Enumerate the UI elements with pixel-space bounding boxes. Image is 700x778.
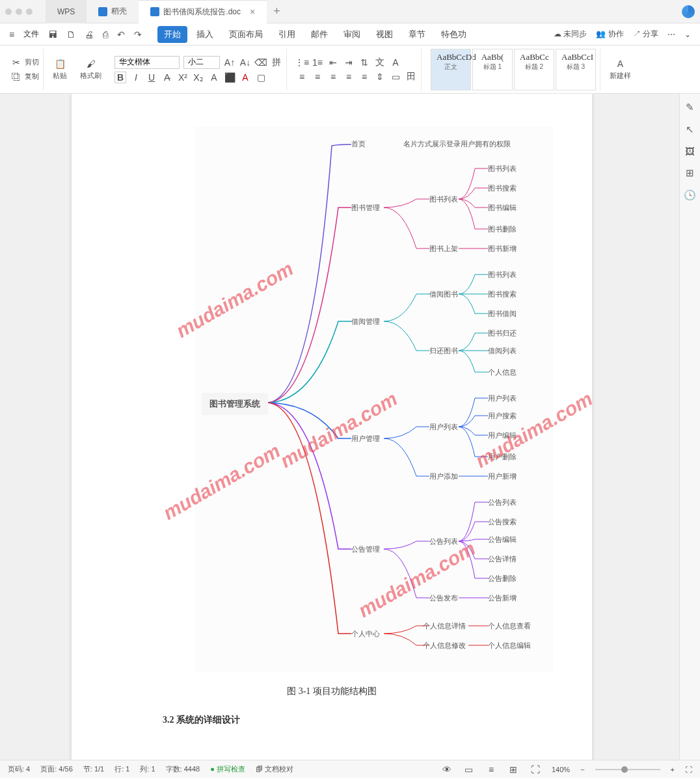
shading-icon[interactable]: ▭: [390, 71, 401, 83]
font-size-select[interactable]: [183, 56, 220, 69]
mm-br3: 图书借阅: [488, 309, 517, 319]
char-border-icon[interactable]: ▢: [255, 72, 267, 83]
mm-br2: 图书搜索: [488, 289, 517, 299]
style-h2[interactable]: AaBbCc标题 2: [514, 49, 554, 90]
file-menu[interactable]: 文件: [23, 29, 39, 40]
font-family-select[interactable]: [114, 56, 180, 69]
share-button[interactable]: ↗ 分享: [633, 29, 658, 40]
sb-spell[interactable]: ● 拼写检查: [210, 764, 245, 774]
more-icon[interactable]: ⋯: [667, 30, 675, 39]
eye-icon[interactable]: 👁: [441, 764, 453, 775]
template-icon[interactable]: ⊞: [686, 167, 694, 179]
fullscreen-icon[interactable]: ⛶: [685, 766, 692, 773]
max-dot[interactable]: [26, 8, 33, 15]
align-right-icon[interactable]: ≡: [327, 71, 339, 83]
subscript-icon[interactable]: X₂: [193, 72, 204, 83]
new-tab-button[interactable]: +: [273, 5, 280, 18]
strike-icon[interactable]: A̶: [161, 72, 173, 83]
tab-document[interactable]: 图书借阅系统报告.doc×: [139, 0, 267, 23]
menu-mail[interactable]: 邮件: [304, 26, 334, 43]
sync-status[interactable]: ☁ 未同步: [554, 29, 587, 40]
style-icon: A: [615, 58, 626, 70]
indent-dec-icon[interactable]: ⇤: [327, 57, 339, 68]
mm-user-list: 用户列表: [429, 422, 458, 432]
chevron-down-icon[interactable]: ⌄: [684, 30, 691, 39]
tab-wps[interactable]: WPS: [46, 0, 87, 23]
menu-insert[interactable]: 插入: [190, 26, 220, 43]
font-color-icon[interactable]: A: [239, 72, 251, 83]
cursor-icon[interactable]: ↖: [686, 124, 694, 135]
copy-button[interactable]: ⿻复制: [10, 71, 39, 83]
tab-daoke[interactable]: 稻壳: [87, 0, 139, 23]
zoom-out-icon[interactable]: −: [580, 766, 584, 773]
view-web-icon[interactable]: ⊞: [507, 764, 519, 775]
text-effect-icon[interactable]: A: [208, 72, 220, 83]
italic-icon[interactable]: I: [130, 72, 142, 83]
sb-proof[interactable]: 🗐 文档校对: [256, 764, 293, 774]
mm-no3: 公告编辑: [488, 535, 517, 544]
print-icon[interactable]: 🖨: [85, 29, 94, 40]
menu-view[interactable]: 视图: [370, 26, 399, 43]
clear-format-icon[interactable]: ⌫: [255, 57, 267, 68]
highlight-icon[interactable]: ⬛: [224, 72, 236, 83]
brush-button[interactable]: 🖌格式刷: [76, 58, 105, 81]
align-justify-icon[interactable]: ≡: [343, 71, 355, 83]
underline-icon[interactable]: U: [146, 72, 157, 83]
menu-chapter[interactable]: 章节: [402, 26, 432, 43]
mm-u1: 用户列表: [488, 394, 517, 403]
pen-icon[interactable]: ✎: [686, 101, 694, 113]
bullets-icon[interactable]: ⋮≡: [296, 57, 308, 68]
bold-icon[interactable]: B: [114, 72, 126, 83]
text-dir-icon[interactable]: 文: [374, 57, 386, 68]
mm-book: 图书管理: [351, 203, 380, 213]
cut-button[interactable]: ✂剪切: [10, 57, 39, 68]
style-h1[interactable]: AaBb(标题 1: [472, 49, 513, 90]
style-h3[interactable]: AaBbCcI标题 3: [556, 49, 596, 90]
close-dot[interactable]: [5, 8, 12, 15]
document-page: 图书管理系统 首页 名片方式展示登录用户拥有的权限 图书管理 图书列表 图书上架…: [72, 94, 592, 760]
focus-icon[interactable]: ⛶: [530, 764, 541, 775]
right-rail: ✎ ↖ 🖼 ⊞ 🕓: [679, 94, 700, 760]
paste-button[interactable]: 📋粘贴: [49, 58, 71, 81]
statusbar: 页码: 4 页面: 4/56 节: 1/1 行: 1 列: 1 字数: 4448…: [0, 760, 700, 778]
preview-icon[interactable]: ⎙: [103, 29, 108, 40]
font-grow-icon[interactable]: A↑: [224, 57, 236, 68]
saveas-icon[interactable]: 🗋: [66, 29, 75, 40]
brush-icon: 🖌: [85, 58, 97, 70]
zoom-in-icon[interactable]: +: [671, 766, 675, 773]
menu-icon[interactable]: ≡: [9, 29, 14, 40]
superscript-icon[interactable]: X²: [177, 72, 189, 83]
sort-icon[interactable]: ⇅: [358, 57, 370, 68]
menu-ref[interactable]: 引用: [272, 26, 302, 43]
phonetic-icon[interactable]: 拼: [271, 57, 282, 68]
new-style-button[interactable]: A新建样: [606, 58, 635, 81]
app-logo-icon[interactable]: [682, 5, 695, 18]
style-body[interactable]: AaBbCcDd正文: [431, 49, 471, 90]
menu-layout[interactable]: 页面布局: [222, 26, 269, 43]
view-outline-icon[interactable]: ≡: [485, 764, 497, 775]
save-icon[interactable]: 🖬: [48, 29, 57, 40]
sym-a-icon[interactable]: А: [390, 57, 401, 68]
line-spacing-icon[interactable]: ⇕: [374, 71, 386, 83]
undo-icon[interactable]: ↶: [117, 29, 125, 40]
redo-icon[interactable]: ↷: [134, 29, 142, 40]
mm-bl4: 图书删除: [488, 224, 517, 234]
menu-review[interactable]: 审阅: [337, 26, 367, 43]
align-center-icon[interactable]: ≡: [312, 71, 323, 83]
numbering-icon[interactable]: 1≡: [312, 57, 323, 68]
mm-pf-edit: 个人信息修改: [423, 641, 466, 651]
view-page-icon[interactable]: ▭: [463, 764, 475, 775]
align-dist-icon[interactable]: ≡: [358, 71, 370, 83]
image-icon[interactable]: 🖼: [685, 146, 695, 157]
menu-special[interactable]: 特色功: [435, 26, 473, 43]
align-left-icon[interactable]: ≡: [296, 71, 308, 83]
menu-start[interactable]: 开始: [157, 26, 187, 43]
close-icon[interactable]: ×: [250, 7, 255, 17]
indent-inc-icon[interactable]: ⇥: [343, 57, 355, 68]
min-dot[interactable]: [16, 8, 22, 15]
history-icon[interactable]: 🕓: [684, 189, 696, 201]
font-shrink-icon[interactable]: A↓: [239, 57, 251, 68]
zoom-slider[interactable]: [595, 769, 660, 770]
collab-button[interactable]: 👥 协作: [596, 29, 623, 40]
borders-icon[interactable]: 田: [405, 71, 417, 83]
